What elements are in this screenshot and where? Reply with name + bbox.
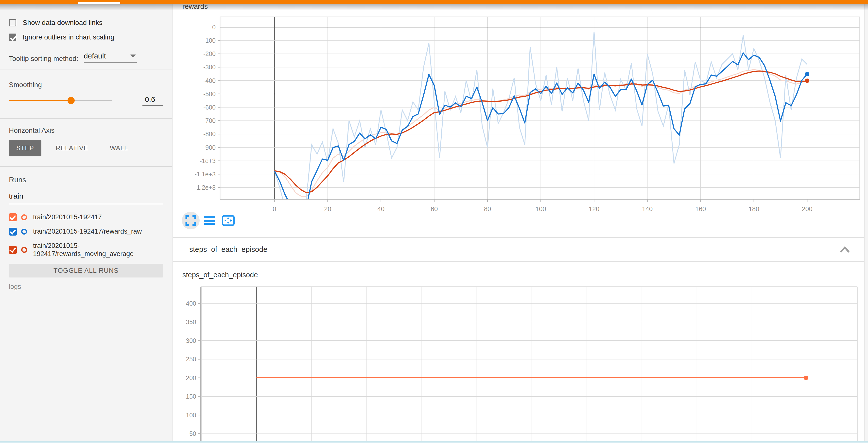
run-row: train/20201015-192417/rewards_moving_ave… (9, 239, 163, 262)
svg-text:60: 60 (431, 205, 438, 213)
svg-text:200: 200 (802, 205, 812, 213)
chevron-down-icon (130, 55, 136, 57)
svg-text:-100: -100 (203, 37, 216, 44)
steps-section-title: steps_of_each_episode (189, 245, 268, 254)
horizontal-axis-label: Horizontal Axis (9, 126, 163, 135)
svg-text:80: 80 (484, 205, 491, 213)
svg-text:250: 250 (186, 356, 196, 362)
steps-section-header[interactable]: steps_of_each_episode (173, 238, 864, 262)
axis-wall-button[interactable]: WALL (102, 140, 135, 156)
sidebar-divider (0, 166, 172, 167)
run-checkbox[interactable] (9, 213, 17, 221)
ignore-outliers-checkbox[interactable] (9, 34, 16, 41)
axis-step-button[interactable]: STEP (9, 140, 41, 156)
show-download-links-row[interactable]: Show data download links (9, 15, 163, 30)
run-color-ring[interactable] (21, 247, 27, 253)
app-toolbar (0, 0, 868, 4)
svg-text:300: 300 (186, 337, 196, 344)
tooltip-sorting-label: Tooltip sorting method: (9, 55, 79, 63)
horizontal-axis-buttons: STEP RELATIVE WALL (9, 140, 163, 156)
scalars-dashboard: rewards 0-100-200-300-400-500-600-700-80… (173, 0, 864, 443)
svg-text:-700: -700 (203, 117, 216, 124)
sidebar-divider (0, 69, 172, 70)
svg-text:0: 0 (273, 205, 276, 213)
fit-domain-icon[interactable] (219, 212, 237, 229)
horizontal-scrollbar[interactable] (0, 441, 868, 443)
run-label: train/20201015-192417/rewards_raw (33, 228, 163, 236)
runs-filter-input[interactable]: train (9, 192, 163, 204)
sidebar-divider (0, 118, 172, 119)
svg-text:100: 100 (186, 412, 196, 419)
active-tab-indicator (78, 2, 120, 4)
svg-text:-800: -800 (203, 130, 216, 138)
ignore-outliers-label: Ignore outliers in chart scaling (23, 33, 114, 41)
settings-sidebar: Show data download links Ignore outliers… (0, 4, 173, 443)
run-label: train/20201015-192417 (33, 213, 163, 222)
runs-heading: Runs (9, 176, 163, 184)
svg-text:-900: -900 (203, 144, 216, 151)
svg-text:40: 40 (377, 205, 384, 213)
chevron-up-icon (840, 246, 850, 253)
show-download-links-label: Show data download links (23, 19, 102, 27)
svg-text:180: 180 (748, 205, 759, 213)
smoothing-label: Smoothing (9, 81, 163, 89)
runs-filter-value: train (9, 192, 23, 200)
svg-text:400: 400 (186, 300, 196, 307)
smoothing-value-input[interactable]: 0.6 (143, 95, 163, 106)
tooltip-sorting-value: default (84, 52, 106, 60)
toggle-all-runs-button[interactable]: TOGGLE ALL RUNS (9, 264, 163, 277)
svg-text:200: 200 (186, 375, 196, 381)
svg-text:0: 0 (212, 24, 216, 31)
tooltip-sorting-row: Tooltip sorting method: default (9, 52, 163, 63)
svg-text:50: 50 (189, 430, 196, 437)
svg-text:-1.2e+3: -1.2e+3 (195, 184, 216, 191)
run-color-ring[interactable] (21, 229, 27, 235)
smoothing-slider-row: 0.6 (9, 95, 163, 106)
run-color-ring[interactable] (21, 214, 27, 220)
chart-toolbar (182, 212, 237, 229)
show-download-links-checkbox[interactable] (9, 19, 16, 26)
steps-line-chart[interactable]: 40035030025020015010050 (173, 281, 866, 443)
svg-text:-300: -300 (203, 64, 216, 70)
expand-chart-icon[interactable] (182, 212, 199, 229)
toggle-log-scale-icon[interactable] (200, 212, 218, 229)
vertical-scrollbar[interactable] (864, 4, 868, 443)
slider-fill (9, 100, 71, 101)
slider-thumb[interactable] (67, 97, 75, 104)
ignore-outliers-row[interactable]: Ignore outliers in chart scaling (9, 30, 163, 45)
svg-text:-600: -600 (203, 104, 216, 111)
svg-text:-500: -500 (203, 91, 216, 97)
svg-text:-1e+3: -1e+3 (199, 157, 216, 164)
svg-text:-200: -200 (203, 50, 216, 57)
svg-text:20: 20 (324, 205, 331, 213)
run-checkbox[interactable] (9, 228, 17, 236)
svg-text:150: 150 (186, 393, 196, 400)
svg-text:100: 100 (535, 205, 546, 213)
run-row: train/20201015-192417 (9, 210, 163, 225)
logs-path-label: logs (9, 283, 163, 291)
steps-chart-title: steps_of_each_episode (182, 271, 258, 279)
svg-text:160: 160 (695, 205, 706, 213)
svg-text:120: 120 (589, 205, 599, 213)
svg-text:-1.1e+3: -1.1e+3 (195, 171, 216, 178)
tooltip-sorting-dropdown[interactable]: default (84, 52, 137, 63)
smoothing-slider[interactable] (9, 95, 113, 106)
run-checkbox[interactable] (9, 246, 17, 254)
tensorboard-app: Show data download links Ignore outliers… (0, 0, 868, 443)
axis-relative-button[interactable]: RELATIVE (48, 140, 96, 156)
run-label: train/20201015-192417/rewards_moving_ave… (33, 242, 163, 259)
collapse-section-button[interactable] (837, 242, 852, 257)
svg-text:-400: -400 (203, 77, 216, 84)
run-row: train/20201015-192417/rewards_raw (9, 225, 163, 239)
svg-text:140: 140 (642, 205, 653, 213)
svg-text:350: 350 (186, 319, 196, 325)
rewards-line-chart[interactable]: 0-100-200-300-400-500-600-700-800-900-1e… (173, 10, 866, 237)
run-list: train/20201015-192417 train/20201015-192… (9, 210, 163, 261)
